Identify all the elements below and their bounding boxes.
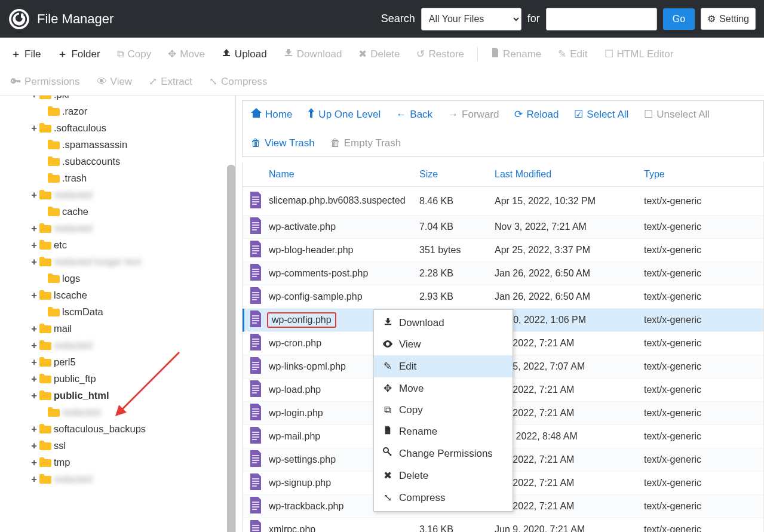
home-button[interactable]: Home: [251, 108, 292, 121]
ctx-delete[interactable]: ✖Delete: [374, 465, 513, 487]
ctx-view[interactable]: View: [374, 334, 513, 355]
tree-item[interactable]: +ssl: [5, 437, 233, 454]
tree-label[interactable]: .softaculous: [54, 122, 106, 134]
tree-label[interactable]: perl5: [54, 356, 76, 368]
forward-button[interactable]: →Forward: [448, 109, 499, 121]
tree-label[interactable]: tmp: [54, 457, 70, 468]
col-type[interactable]: Type: [644, 169, 763, 180]
tree-label[interactable]: .spamassassin: [62, 139, 127, 150]
reload-button[interactable]: ⟳Reload: [514, 108, 559, 121]
delete-button[interactable]: ✖Delete: [352, 44, 406, 64]
ctx-move[interactable]: ✥Move: [374, 377, 513, 399]
tree-item[interactable]: +mail: [5, 320, 233, 337]
tree-label[interactable]: mail: [54, 323, 72, 334]
tree-item[interactable]: +lscache: [5, 287, 233, 303]
rename-button[interactable]: Rename: [485, 44, 547, 64]
download-button[interactable]: Download: [278, 44, 348, 64]
tree-item[interactable]: +redacted: [5, 471, 233, 487]
tree-label[interactable]: redacted: [54, 340, 92, 351]
table-row[interactable]: wp-blog-header.php351 bytesApr 25, 2022,…: [243, 239, 763, 262]
col-modified[interactable]: Last Modified: [495, 169, 644, 180]
tree-label[interactable]: ssl: [54, 440, 66, 451]
ctx-compress[interactable]: ⤡Compress: [374, 487, 513, 509]
compress-button[interactable]: ⤡Compress: [203, 72, 273, 91]
tree-label[interactable]: .razor: [62, 106, 87, 117]
tree-toggle[interactable]: +: [30, 122, 38, 134]
tree-toggle[interactable]: +: [30, 373, 38, 385]
restore-button[interactable]: ↺Restore: [410, 44, 470, 64]
tree-item[interactable]: +public_html: [5, 387, 233, 404]
tree-toggle[interactable]: +: [30, 356, 38, 368]
tree-toggle[interactable]: +: [30, 256, 38, 267]
unselect-all-button[interactable]: ☐Unselect All: [644, 108, 710, 121]
tree-label[interactable]: .pki: [54, 96, 69, 100]
tree-item[interactable]: redacted: [5, 404, 233, 420]
col-size[interactable]: Size: [419, 169, 495, 180]
table-row[interactable]: slicemap.php.bv6083.suspected8.46 KBApr …: [243, 187, 763, 216]
ctx-download[interactable]: Download: [374, 312, 513, 334]
tree-toggle[interactable]: +: [30, 473, 38, 485]
extract-button[interactable]: ⤢Extract: [143, 72, 198, 91]
scrollbar-track[interactable]: [226, 96, 235, 532]
copy-button[interactable]: ⧉Copy: [111, 45, 158, 64]
table-row[interactable]: wp-activate.php7.04 KBNov 3, 2022, 7:21 …: [243, 216, 763, 239]
go-button[interactable]: Go: [663, 8, 695, 30]
select-all-button[interactable]: ☑Select All: [574, 108, 628, 121]
tree-item[interactable]: +redacted: [5, 337, 233, 353]
tree-item[interactable]: +.softaculous: [5, 119, 233, 136]
view-trash-button[interactable]: 🗑View Trash: [251, 137, 315, 149]
empty-trash-button[interactable]: 🗑Empty Trash: [330, 137, 401, 149]
tree-label[interactable]: lscmData: [62, 306, 103, 318]
tree-toggle[interactable]: +: [30, 323, 38, 334]
back-button[interactable]: ←Back: [396, 109, 432, 121]
ctx-copy[interactable]: ⧉Copy: [374, 399, 513, 421]
search-input[interactable]: [546, 8, 657, 30]
tree-item[interactable]: +redacted longer text: [5, 253, 233, 270]
ctx-permissions[interactable]: Change Permissions: [374, 442, 513, 465]
settings-button[interactable]: ⚙Setting: [701, 8, 756, 30]
tree-item[interactable]: cache: [5, 203, 233, 220]
new-folder-button[interactable]: ＋Folder: [51, 44, 106, 64]
tree-item[interactable]: +.pki: [5, 96, 233, 103]
table-row[interactable]: wp-config-sample.php2.93 KBJan 26, 2022,…: [243, 285, 763, 309]
tree-label[interactable]: cache: [62, 206, 88, 217]
ctx-edit[interactable]: ✎Edit: [374, 355, 513, 377]
ctx-rename[interactable]: Rename: [374, 421, 513, 442]
tree-label[interactable]: logs: [62, 273, 80, 284]
edit-button[interactable]: ✎Edit: [552, 44, 593, 64]
col-name[interactable]: Name: [269, 169, 419, 180]
move-button[interactable]: ✥Move: [162, 44, 211, 64]
up-level-button[interactable]: Up One Level: [308, 108, 381, 121]
tree-toggle[interactable]: +: [30, 223, 38, 234]
tree-toggle[interactable]: +: [30, 189, 38, 201]
tree-item[interactable]: .spamassassin: [5, 136, 233, 153]
view-button[interactable]: 👁View: [91, 72, 139, 91]
new-file-button[interactable]: ＋File: [5, 44, 47, 64]
tree-item[interactable]: lscmData: [5, 303, 233, 320]
tree-label[interactable]: redacted: [54, 189, 92, 201]
tree-toggle[interactable]: +: [30, 440, 38, 451]
tree-item[interactable]: +redacted: [5, 186, 233, 203]
tree-label[interactable]: public_html: [54, 390, 109, 401]
tree-item[interactable]: +public_ftp: [5, 370, 233, 387]
permissions-button[interactable]: 🔑︎Permissions: [5, 72, 86, 91]
tree-item[interactable]: +perl5: [5, 353, 233, 370]
tree-label[interactable]: redacted: [54, 473, 92, 485]
tree-item[interactable]: logs: [5, 270, 233, 287]
tree-item[interactable]: .trash: [5, 170, 233, 186]
tree-item[interactable]: .subaccounts: [5, 153, 233, 170]
tree-label[interactable]: public_ftp: [54, 373, 96, 385]
tree-toggle[interactable]: +: [30, 340, 38, 351]
tree-label[interactable]: softaculous_backups: [54, 423, 146, 435]
tree-item[interactable]: +tmp: [5, 454, 233, 471]
tree-toggle[interactable]: +: [30, 390, 38, 401]
tree-toggle[interactable]: +: [30, 457, 38, 468]
table-row[interactable]: wp-comments-post.php2.28 KBJan 26, 2022,…: [243, 262, 763, 285]
tree-toggle[interactable]: +: [30, 96, 38, 100]
table-row[interactable]: xmlrpc.php3.16 KBJun 9, 2020, 7:21 AMtex…: [243, 518, 763, 532]
tree-label[interactable]: redacted: [54, 223, 92, 234]
scrollbar-thumb[interactable]: [227, 165, 235, 532]
tree-item[interactable]: .razor: [5, 103, 233, 119]
tree-label[interactable]: .trash: [62, 173, 87, 184]
tree-label[interactable]: .subaccounts: [62, 156, 120, 167]
